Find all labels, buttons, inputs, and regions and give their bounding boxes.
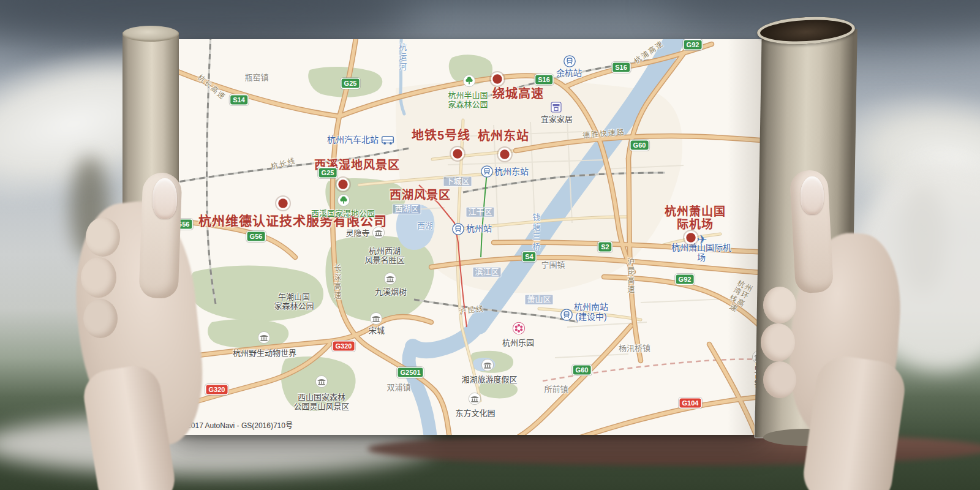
label-ikea: 宜家家居: [541, 115, 573, 124]
label-xiaoshan-airport-red: 杭州萧山国际机场: [661, 205, 730, 232]
label-west-lake-scenic: 西湖风景区: [390, 189, 451, 202]
map-label-rd-43: 杭浦高速: [633, 39, 666, 66]
map-label-gb-55: S16: [612, 63, 630, 72]
map-label-rd-46: 沪昆线: [458, 304, 484, 316]
map-label-gb-59: G60: [573, 366, 591, 375]
map-label-dist-32: 下城区: [443, 176, 472, 187]
map-label-town-28: 双浦镇: [386, 383, 410, 393]
temple-icon: [481, 359, 494, 372]
map-label-dist-36: 萧山区: [524, 295, 553, 305]
map-sheet: 绕城高速地铁5号线杭州东站西溪湿地风景区西湖风景区杭州维德认证技术服务有限公司杭…: [175, 39, 764, 435]
map-label-rb-63: G320: [333, 342, 355, 351]
map-label-dist-33: 西湖区: [392, 204, 421, 214]
label-banshan-forest-park: 杭州半山国 家森林公园: [448, 91, 488, 109]
rail-icon: [564, 55, 576, 67]
marker-xixi-wetland: [334, 176, 352, 193]
map-label-gb-62: S2: [598, 243, 611, 252]
fun-icon: [513, 322, 526, 335]
label-hangzhou-south-station: 杭州南站 (建设中): [574, 303, 608, 322]
label-company-name: 杭州维德认证技术服务有限公司: [198, 214, 387, 228]
left-hand-finger: [83, 299, 118, 338]
scroll-roll-left-top: [123, 26, 179, 42]
map-label-rb-64: G320: [206, 385, 228, 394]
temple-icon: [384, 273, 397, 285]
bus-icon: [381, 135, 394, 146]
map-label-water-40: 钱塘三桥: [531, 213, 540, 252]
left-hand-finger: [81, 257, 116, 298]
map-label-rd-44: 德胜快速路: [582, 128, 626, 140]
map-label-rd-41: 杭长高速: [195, 74, 227, 102]
label-hangzhou-east-station-red: 杭州东站: [478, 129, 529, 143]
left-thumbnail: [153, 178, 177, 219]
shop-icon: [550, 101, 562, 113]
marker-hangzhou-east-station: [496, 146, 513, 163]
label-west-lake-area: 杭州西湖 风景名胜区: [364, 247, 404, 265]
right-hand-finger: [763, 361, 796, 398]
right-hand-finger: [761, 323, 795, 361]
label-wuchaoshan-park: 午潮山国 家森林公园: [274, 293, 314, 311]
marker-ring-expressway: [489, 70, 506, 88]
temple-icon: [315, 375, 328, 388]
map-label-dist-34: 江干区: [466, 207, 494, 217]
map-label-layer: 绕城高速地铁5号线杭州东站西溪湿地风景区西湖风景区杭州维德认证技术服务有限公司杭…: [175, 39, 764, 435]
map-label-rd-42: 杭长线: [270, 157, 297, 172]
left-hand-finger: [86, 217, 120, 257]
marker-metro-line-5: [449, 145, 466, 162]
map-label-town-31: 杨汛桥镇: [619, 344, 650, 353]
map-label-town-29: 宁围镇: [541, 261, 565, 270]
map-label-gb-57: G92: [676, 275, 694, 284]
rail-icon: [560, 309, 573, 321]
map-copyright: © 2017 AutoNavi - GS(2016)710号: [179, 422, 293, 430]
map-label-gb-54: S16: [535, 75, 552, 85]
rail-icon: [481, 165, 493, 178]
label-hangzhou-paradise: 杭州乐园: [502, 339, 534, 348]
label-xixi-wetland-park: 西溪国家湿地公园: [311, 209, 375, 219]
label-north-bus-station: 杭州汽车北站: [327, 135, 379, 145]
label-xianghu-resort: 湘湖旅游度假区: [461, 375, 517, 385]
label-xishan-park: 西山国家森林 公园灵山风景区: [293, 393, 349, 411]
marker-company: [274, 195, 292, 212]
label-xixi-wetland-scenic: 西溪湿地风景区: [314, 159, 400, 172]
map-label-town-27: 瓶窑镇: [244, 74, 268, 83]
map-label-town-30: 所前镇: [544, 385, 568, 394]
label-songcheng: 宋城: [369, 326, 385, 336]
map-label-rd-47: 沪昆高速: [625, 258, 633, 295]
label-yuhang-station: 余杭站: [556, 69, 582, 78]
tree-icon: [337, 194, 350, 207]
map-label-water-38: 杭运河: [398, 43, 407, 72]
label-ring-expressway: 绕城高速: [492, 87, 544, 100]
label-lingyin-temple: 灵隐寺: [345, 229, 369, 238]
scene: 绕城高速地铁5号线杭州东站西溪湿地风景区西湖风景区杭州维德认证技术服务有限公司杭…: [0, 0, 980, 490]
label-safari-park: 杭州野生动物世界: [233, 349, 296, 358]
label-oriental-culture-park: 东方文化园: [455, 409, 495, 418]
map-label-gb-53: G56: [247, 232, 265, 241]
temple-icon: [372, 227, 385, 239]
rail-icon: [452, 223, 464, 235]
map-label-gb-50: G25: [342, 79, 360, 88]
map-label-dist-35: 滨江区: [472, 267, 501, 277]
right-hand-finger: [763, 287, 796, 323]
label-jiuxi: 九溪烟树: [375, 288, 407, 297]
map-label-gb-61: S4: [522, 252, 535, 262]
map-label-gb-60: G2501: [398, 368, 423, 377]
tree-icon: [463, 75, 476, 88]
label-metro-line-5: 地铁5号线: [412, 129, 470, 142]
map-label-gb-49: S14: [230, 96, 247, 105]
temple-icon: [258, 331, 271, 344]
label-hangzhou-station: 杭州站: [466, 224, 492, 234]
label-hangzhou-east-station: 杭州东站: [494, 167, 529, 177]
map-label-water-39: 西湖: [417, 222, 433, 231]
map-label-rd-48: 杭州湾环线高速: [720, 277, 758, 318]
temple-icon: [469, 393, 481, 405]
map-label-gb-56: G92: [684, 40, 702, 50]
temple-icon: [370, 312, 383, 325]
right-thumbnail: [801, 176, 824, 214]
map-label-rb-65: G104: [680, 399, 701, 408]
map-label-rd-45: 长深高速: [332, 264, 340, 301]
map-label-gb-58: G60: [631, 141, 649, 150]
plane-icon: ✈: [697, 232, 707, 247]
